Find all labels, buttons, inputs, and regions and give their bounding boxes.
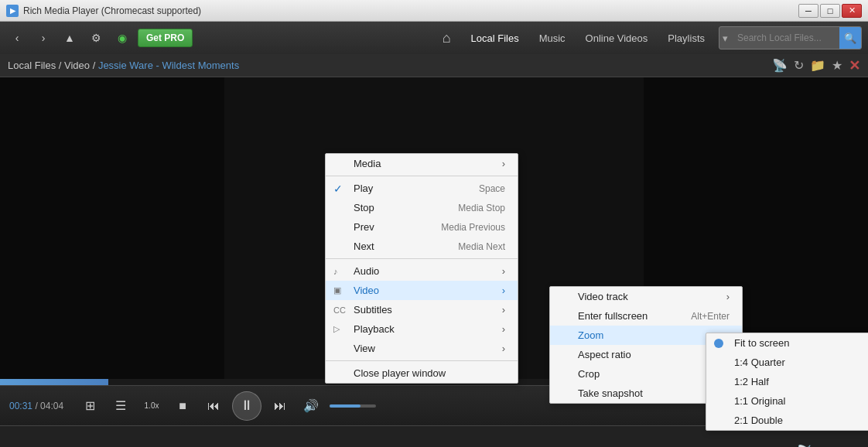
menu-item-subtitles[interactable]: CC Subtitles › xyxy=(326,300,518,319)
menu-item-quarter[interactable]: 1:4 Quarter xyxy=(706,353,868,372)
half-label: 1:2 Half xyxy=(734,376,769,387)
equalizer-button[interactable]: ⊞ xyxy=(77,394,102,418)
folder-icon[interactable]: 📁 xyxy=(810,58,825,73)
pause-button[interactable]: ⏸ xyxy=(232,391,261,421)
zoom-label: Zoom xyxy=(578,329,603,341)
search-dropdown-icon[interactable]: ▾ xyxy=(719,32,731,44)
mini-next-button[interactable]: › xyxy=(856,444,860,447)
aspect-ratio-label: Aspect ratio xyxy=(578,349,631,360)
star-icon[interactable]: ★ xyxy=(832,58,842,73)
menu-item-double[interactable]: 2:1 Double xyxy=(706,411,868,430)
app-icon: ▶ xyxy=(6,5,19,17)
volume-button[interactable]: 🔊 xyxy=(299,394,323,418)
refresh-icon[interactable]: ↻ xyxy=(794,58,804,73)
menu-item-fit-screen[interactable]: Fit to screen xyxy=(706,333,868,353)
breadcrumb-local-files[interactable]: Local Files xyxy=(8,60,56,71)
menu-item-prev[interactable]: Prev Media Previous xyxy=(326,217,518,237)
search-button[interactable]: 🔍 xyxy=(839,27,861,49)
up-button[interactable]: ▲ xyxy=(59,27,80,49)
progress-bar-fill xyxy=(0,379,108,385)
next-button[interactable]: ⏭ xyxy=(268,394,292,418)
menu-item-video[interactable]: ▣ Video › xyxy=(326,281,518,300)
quarter-label: 1:4 Quarter xyxy=(734,357,785,368)
mini-repeat-button[interactable]: ↻ xyxy=(838,444,849,448)
menu-item-play[interactable]: ✓ Play Space xyxy=(326,179,518,198)
fullscreen-label: Enter fullscreen xyxy=(578,310,648,322)
video-track-arrow: › xyxy=(711,291,730,302)
menu-prev-label: Prev xyxy=(354,221,374,233)
speed-button[interactable]: 1.0x xyxy=(139,394,164,418)
breadcrumb-bar: Local Files / Video / Jessie Ware - Wild… xyxy=(0,54,868,77)
menu-stop-label: Stop xyxy=(354,202,374,213)
chromecast-icon[interactable]: 📡 xyxy=(772,58,788,73)
android-button[interactable]: ◉ xyxy=(111,27,133,49)
menu-stop-shortcut: Media Stop xyxy=(443,203,505,213)
menu-item-original[interactable]: 1:1 Original xyxy=(706,391,868,411)
menu-media-label: Media xyxy=(354,158,381,169)
fullscreen-shortcut: Alt+Enter xyxy=(675,311,730,322)
subtitles-icon: CC xyxy=(333,305,346,315)
menu-playback-arrow: › xyxy=(487,323,505,335)
mini-shuffle-button[interactable]: ⇄ xyxy=(820,444,832,448)
nav-music[interactable]: Music xyxy=(530,26,575,51)
prev-button[interactable]: ⏮ xyxy=(201,394,226,418)
fit-screen-label: Fit to screen xyxy=(734,337,790,349)
stop-button[interactable]: ■ xyxy=(170,394,195,418)
menu-item-stop[interactable]: Stop Media Stop xyxy=(326,198,518,217)
nav-local-files[interactable]: Local Files xyxy=(462,26,528,51)
video-letterbox-left xyxy=(0,77,224,379)
volume-slider[interactable] xyxy=(330,404,376,408)
search-input[interactable] xyxy=(731,29,839,46)
title-bar-text: Rich Media Player (Chromecast supported) xyxy=(23,5,201,16)
nav-home[interactable]: ⌂ xyxy=(433,26,460,51)
mini-chromecast-button[interactable]: 📡 xyxy=(797,444,814,448)
video-icon: ▣ xyxy=(333,285,341,295)
menu-item-fullscreen[interactable]: Enter fullscreen Alt+Enter xyxy=(550,306,742,326)
pro-button[interactable]: Get PRO xyxy=(138,29,193,47)
forward-button[interactable]: › xyxy=(32,27,54,49)
title-bar-left: ▶ Rich Media Player (Chromecast supporte… xyxy=(6,5,201,17)
window-close-button[interactable]: ✕ xyxy=(842,4,862,18)
breadcrumb: Local Files / Video / Jessie Ware - Wild… xyxy=(8,60,239,71)
menu-subtitles-label: Subtitles xyxy=(354,304,392,316)
nav-links: ⌂ Local Files Music Online Videos Playli… xyxy=(433,26,714,51)
nav-playlists[interactable]: Playlists xyxy=(658,26,714,51)
video-track-label: Video track xyxy=(578,291,628,302)
menu-next-label: Next xyxy=(354,241,374,252)
menu-playback-label: Playback xyxy=(354,323,395,335)
time-current: 00:31 xyxy=(9,401,32,411)
breadcrumb-title: Jessie Ware - Wildest Moments xyxy=(98,60,239,71)
menu-subtitles-arrow: › xyxy=(487,304,505,316)
breadcrumb-video[interactable]: Video xyxy=(64,60,90,71)
menu-sep-1 xyxy=(326,176,518,176)
menu-item-playback[interactable]: ▷ Playback › xyxy=(326,319,518,339)
video-area: Media › ✓ Play Space Stop Media Stop Pre… xyxy=(0,77,868,379)
nav-bar: ‹ › ▲ ⚙ ◉ Get PRO ⌂ Local Files Music On… xyxy=(0,22,868,54)
maximize-button[interactable]: □ xyxy=(820,4,840,18)
title-bar-buttons: ─ □ ✕ xyxy=(798,4,862,18)
close-breadcrumb-button[interactable]: ✕ xyxy=(849,57,860,74)
back-button[interactable]: ‹ xyxy=(6,27,28,49)
menu-item-next[interactable]: Next Media Next xyxy=(326,237,518,256)
time-display: 00:31 / 04:04 xyxy=(9,401,71,411)
nav-online-videos[interactable]: Online Videos xyxy=(576,26,658,51)
menu-item-half[interactable]: 1:2 Half xyxy=(706,372,868,391)
menu-item-audio[interactable]: ♪ Audio › xyxy=(326,261,518,281)
menu-item-view[interactable]: View › xyxy=(326,339,518,358)
menu-audio-arrow: › xyxy=(487,265,505,277)
menu-sep-3 xyxy=(326,360,518,361)
mini-prev-button[interactable]: ‹ xyxy=(8,444,12,447)
menu-prev-shortcut: Media Previous xyxy=(425,222,505,233)
menu-item-media[interactable]: Media › xyxy=(326,154,518,173)
menu-item-video-track[interactable]: Video track › xyxy=(550,287,742,306)
volume-fill xyxy=(330,404,361,408)
primary-context-menu: Media › ✓ Play Space Stop Media Stop Pre… xyxy=(325,153,518,384)
breadcrumb-sep2: / xyxy=(93,60,98,71)
playlist-button[interactable]: ☰ xyxy=(108,394,133,418)
menu-item-close-player[interactable]: Close player window xyxy=(326,363,518,383)
menu-play-label: Play xyxy=(354,183,373,194)
menu-play-shortcut: Space xyxy=(463,183,505,194)
minimize-button[interactable]: ─ xyxy=(798,4,818,18)
settings-button[interactable]: ⚙ xyxy=(85,27,107,49)
snapshot-label: Take snapshot xyxy=(578,387,643,399)
